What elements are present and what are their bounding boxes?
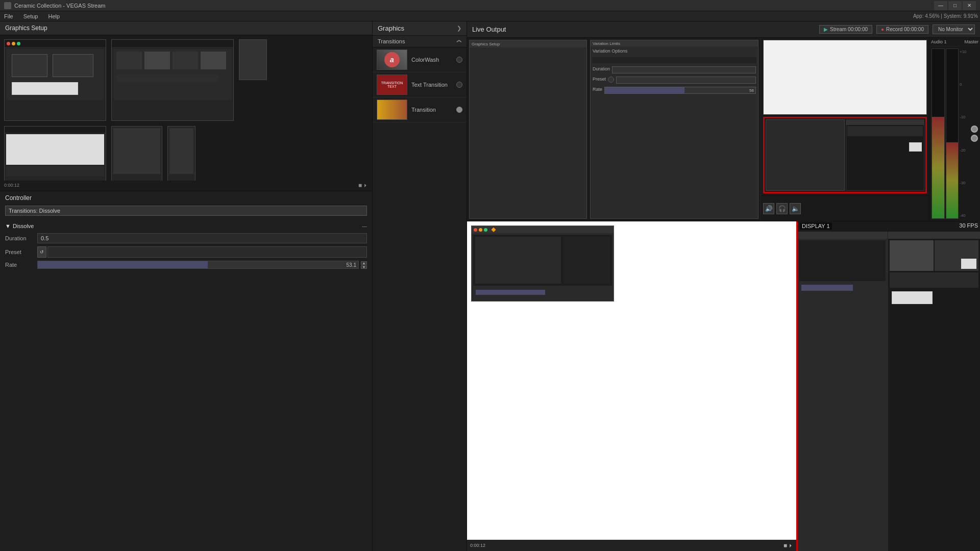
transition-item-transition[interactable]: Transition xyxy=(373,97,467,122)
transitions-chevron-icon: ❮ xyxy=(457,39,462,43)
rate-slider-fill xyxy=(38,261,208,268)
record-button[interactable]: ● Record 00:00:00 xyxy=(876,25,928,34)
audio1-meter-r xyxy=(946,48,959,219)
controller-section: Controller Transitions: Dissolve ▼ Disso… xyxy=(0,191,372,551)
rate-label: Rate xyxy=(5,262,33,268)
stream-button[interactable]: ▶ Stream 00:00:00 xyxy=(819,25,872,34)
menu-items: File Setup Help xyxy=(2,12,62,20)
app-icon xyxy=(4,2,11,9)
rate-row: Rate 53.1 ▲ ▼ xyxy=(5,261,367,269)
preset-label: Preset xyxy=(5,249,33,255)
preview-thumb-5 xyxy=(111,126,162,181)
taskbar-time: 0:00:12 xyxy=(470,543,485,548)
rate-slider[interactable]: 53.1 xyxy=(37,261,359,269)
live-controls-panel: Variation Limits Variation Options Durat… xyxy=(590,40,758,219)
duration-row: Duration xyxy=(5,233,367,243)
title-bar: Ceramic Collection - VEGAS Stream — □ ✕ xyxy=(0,0,980,11)
master-fader xyxy=(971,48,978,219)
live-top-sidebar: 🔊 🎧 🔈 xyxy=(761,38,929,221)
text-transition-thumb: TRANSITION TEXT xyxy=(377,74,407,95)
master-fader-knob[interactable] xyxy=(971,126,978,133)
transitions-dropdown[interactable]: Transitions: Dissolve xyxy=(5,206,367,216)
preset-row: Preset ↺ xyxy=(5,246,367,258)
live-nested-window: Graphics Setup Gra xyxy=(469,40,587,219)
duration-input[interactable] xyxy=(37,233,367,243)
display-white-area: 🔶 xyxy=(467,221,796,540)
dissolve-collapse-btn[interactable]: — xyxy=(362,223,367,229)
live-top-main: Graphics Setup Gra xyxy=(467,38,761,221)
close-button[interactable]: ✕ xyxy=(963,1,976,10)
menu-setup[interactable]: Setup xyxy=(21,12,40,20)
preset-select[interactable] xyxy=(47,246,367,258)
transition-item-colorwash[interactable]: a ColorWash xyxy=(373,47,467,72)
graphics-header: Graphics ❯ xyxy=(373,21,467,36)
text-transition-radio[interactable] xyxy=(456,82,462,88)
graphics-title: Graphics xyxy=(378,24,404,32)
audio-controls: 🔊 🎧 🔈 xyxy=(761,195,929,221)
transition-item-text[interactable]: TRANSITION TEXT Text Transition xyxy=(373,72,467,97)
preview-thumb-3 xyxy=(239,39,267,80)
rate-slider-container: 53.1 ▲ ▼ xyxy=(37,261,367,269)
master-label: Master xyxy=(964,39,978,44)
live-top: Graphics Setup Gra xyxy=(467,38,980,221)
display-fps: 30 FPS xyxy=(959,222,978,229)
rate-spinners: ▲ ▼ xyxy=(361,261,367,269)
right-panel: Live Output ▶ Stream 00:00:00 ● Record 0… xyxy=(467,21,980,551)
display-nested-window: 🔶 xyxy=(471,226,614,302)
stream-icon: ▶ xyxy=(824,27,828,32)
colorwash-thumb: a xyxy=(377,49,407,70)
live-output-header: Live Output ▶ Stream 00:00:00 ● Record 0… xyxy=(467,21,980,38)
menu-bar: File Setup Help App: 4.56% | System: 9.9… xyxy=(0,11,980,21)
audio1-label: Audio 1 xyxy=(931,39,947,44)
rate-up-btn[interactable]: ▲ xyxy=(361,261,367,265)
taskbar-controls: ◼ ⏵ xyxy=(783,543,793,548)
headphones-btn[interactable]: 🎧 xyxy=(776,203,788,214)
preview-area: 0:00:12 ◼ ⏵ xyxy=(0,35,372,191)
app-title: Ceramic Collection - VEGAS Stream xyxy=(14,3,106,9)
transition-radio[interactable] xyxy=(456,107,462,113)
monitor-select[interactable]: No Monitor xyxy=(933,24,975,34)
audio-panel: Audio 1 Master xyxy=(929,38,980,221)
left-panel: Graphics Setup xyxy=(0,21,373,551)
live-output-title: Live Output xyxy=(472,26,506,33)
display-label: DISPLAY 1 xyxy=(800,222,832,230)
colorwash-label: ColorWash xyxy=(411,57,452,63)
menu-help[interactable]: Help xyxy=(46,12,62,20)
audio-panel-header: Audio 1 Master xyxy=(929,38,980,46)
audio1-fader-knob[interactable] xyxy=(971,135,978,142)
app-stats: App: 4.56% | System: 9.91% xyxy=(913,13,978,19)
record-icon: ● xyxy=(881,27,884,32)
title-bar-left: Ceramic Collection - VEGAS Stream xyxy=(4,2,106,9)
rate-down-btn[interactable]: ▼ xyxy=(361,265,367,269)
live-output-controls: ▶ Stream 00:00:00 ● Record 00:00:00 No M… xyxy=(819,24,975,34)
dissolve-header: ▼ Dissolve — xyxy=(5,223,367,229)
dissolve-triangle-icon: ▼ xyxy=(5,223,11,229)
graphics-chevron-icon: ❯ xyxy=(457,25,461,32)
preset-field-group: ↺ xyxy=(37,246,367,258)
colorwash-radio[interactable] xyxy=(456,57,462,63)
maximize-button[interactable]: □ xyxy=(948,1,962,10)
dissolve-title: ▼ Dissolve xyxy=(5,223,34,229)
audio1-meters xyxy=(932,48,959,219)
record-label: Record 00:00:00 xyxy=(886,27,924,32)
rate-value: 53.1 xyxy=(347,262,356,268)
speaker-btn[interactable]: 🔊 xyxy=(763,203,774,214)
preview-thumb-6 xyxy=(167,126,195,181)
menu-file[interactable]: File xyxy=(2,12,15,20)
duration-label: Duration xyxy=(5,235,33,241)
preset-refresh-btn[interactable]: ↺ xyxy=(37,246,46,258)
audio1-meter-r-fill xyxy=(946,142,959,218)
audio1-meter-l-fill xyxy=(932,117,944,218)
window-controls: — □ ✕ xyxy=(934,1,976,10)
monitor-2 xyxy=(763,117,927,194)
preview-content: 0:00:12 ◼ ⏵ xyxy=(0,35,372,191)
transition-thumb xyxy=(377,99,407,120)
minimize-button[interactable]: — xyxy=(934,1,947,10)
text-transition-thumb-label: TRANSITION TEXT xyxy=(378,81,406,88)
graphics-setup-title: Graphics Setup xyxy=(0,21,372,35)
preview-thumb-4 xyxy=(4,126,106,181)
volume-btn[interactable]: 🔈 xyxy=(790,203,801,214)
preview-taskbar: 0:00:12 ◼ ⏵ xyxy=(2,181,370,190)
transitions-header: Transitions ❮ xyxy=(373,36,467,47)
main-layout: Graphics Setup xyxy=(0,21,980,551)
